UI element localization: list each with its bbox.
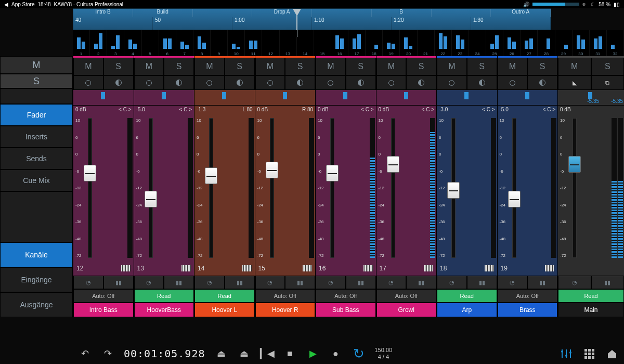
- mute-button[interactable]: M: [316, 58, 346, 75]
- timeline[interactable]: Intro BBuildDrop ABOutro A 40501:001:101…: [73, 8, 551, 30]
- mute-button[interactable]: M: [134, 58, 164, 75]
- solo-button[interactable]: S: [164, 58, 194, 75]
- tab-inserts[interactable]: Inserts: [0, 126, 73, 148]
- automation-icon[interactable]: ◔: [316, 276, 346, 289]
- mini-meter[interactable]: 29: [555, 30, 573, 56]
- monitor-button[interactable]: [406, 75, 436, 90]
- mini-meter[interactable]: 23: [452, 30, 469, 56]
- tab-eingange[interactable]: Eingänge: [0, 267, 73, 292]
- automation-icon[interactable]: ◔: [73, 276, 103, 289]
- solo-button[interactable]: S: [225, 58, 255, 75]
- timeline-section[interactable]: Drop A: [252, 9, 312, 17]
- monitor-button[interactable]: [164, 75, 194, 90]
- master-solo[interactable]: S: [0, 74, 73, 88]
- keyboard-icon[interactable]: [545, 265, 554, 271]
- channel-name[interactable]: HooverBass: [134, 303, 194, 317]
- mini-meter[interactable]: 4: [124, 30, 141, 56]
- monitor-button[interactable]: [225, 75, 255, 90]
- fader-knob[interactable]: [205, 167, 217, 184]
- automation-mode[interactable]: Auto: Off: [316, 289, 376, 303]
- bypass-icon[interactable]: ▮▮: [164, 276, 194, 289]
- automation-icon[interactable]: ◔: [134, 276, 164, 289]
- mini-meter[interactable]: 28: [538, 30, 555, 56]
- bypass-icon[interactable]: ▮▮: [467, 276, 497, 289]
- fader-knob[interactable]: [508, 191, 521, 207]
- mini-meter[interactable]: 31: [590, 30, 607, 56]
- record-arm[interactable]: [376, 75, 407, 90]
- mute-button[interactable]: M: [558, 58, 591, 75]
- bypass-icon[interactable]: ▮▮: [527, 276, 557, 289]
- undo-icon[interactable]: ↶: [78, 347, 92, 360]
- mini-meter[interactable]: 27: [521, 30, 538, 56]
- mini-meter[interactable]: 24: [469, 30, 486, 56]
- playhead[interactable]: [293, 9, 301, 16]
- mini-meter[interactable]: 8: [193, 30, 211, 56]
- mini-meter[interactable]: 11: [245, 30, 262, 56]
- timeline-section[interactable]: Outro A: [491, 9, 551, 17]
- redo-icon[interactable]: ↷: [101, 347, 114, 360]
- mini-meter[interactable]: 1: [73, 30, 90, 56]
- mini-meter[interactable]: 26: [503, 30, 521, 56]
- channel-name[interactable]: Growl: [376, 303, 437, 317]
- automation-mode[interactable]: Read: [558, 289, 624, 303]
- mini-meter[interactable]: 20: [400, 30, 417, 56]
- mini-meter[interactable]: 16: [331, 30, 348, 56]
- automation-mode[interactable]: Auto: Off: [255, 289, 316, 303]
- channel-name[interactable]: Main: [558, 303, 624, 317]
- tab-cuemix[interactable]: Cue Mix: [0, 170, 73, 191]
- mute-button[interactable]: M: [194, 58, 225, 75]
- keyboard-icon[interactable]: [181, 265, 191, 271]
- channel-name[interactable]: Arp: [437, 303, 497, 317]
- bypass-icon[interactable]: ▮▮: [103, 276, 134, 289]
- keyboard-icon[interactable]: [242, 265, 252, 271]
- fader-knob[interactable]: [447, 182, 460, 199]
- solo-button[interactable]: S: [591, 58, 624, 75]
- tab-ausgange[interactable]: Ausgänge: [0, 292, 73, 317]
- solo-button[interactable]: S: [527, 58, 557, 75]
- record-arm[interactable]: [73, 75, 103, 90]
- record-icon[interactable]: ●: [329, 347, 343, 360]
- fader-knob[interactable]: [266, 162, 278, 178]
- channel-name[interactable]: Hoover L: [194, 303, 255, 317]
- pan-indicator[interactable]: [343, 92, 347, 99]
- bypass-icon[interactable]: ▮▮: [225, 276, 255, 289]
- play-icon[interactable]: ▶: [306, 347, 320, 360]
- timecode[interactable]: 00:01:05.928: [124, 347, 205, 360]
- solo-button[interactable]: S: [285, 58, 315, 75]
- automation-mode[interactable]: Auto: Off: [376, 289, 437, 303]
- fader-knob[interactable]: [84, 165, 96, 181]
- stop-icon[interactable]: ■: [283, 347, 297, 360]
- monitor-button[interactable]: [346, 75, 376, 90]
- bypass-icon[interactable]: ▮▮: [591, 276, 624, 289]
- automation-icon[interactable]: ◔: [558, 276, 591, 289]
- tab-sends[interactable]: Sends: [0, 148, 73, 170]
- timeline-section[interactable]: [432, 9, 491, 17]
- marker-up-icon[interactable]: ⏏: [215, 347, 228, 360]
- pan-indicator[interactable]: [525, 92, 529, 99]
- timeline-section[interactable]: [193, 9, 253, 17]
- automation-icon[interactable]: ◔: [437, 276, 467, 289]
- monitor-button[interactable]: [467, 75, 497, 90]
- timeline-section[interactable]: Build: [133, 9, 193, 17]
- keyboard-icon[interactable]: [303, 265, 312, 271]
- automation-mode[interactable]: Read: [437, 289, 497, 303]
- automation-mode[interactable]: Auto: Off: [73, 289, 134, 303]
- tab-fader[interactable]: Fader: [0, 104, 73, 126]
- mini-meter[interactable]: 30: [573, 30, 590, 56]
- mini-meter[interactable]: 7: [176, 30, 193, 56]
- bypass-icon[interactable]: ▮▮: [285, 276, 315, 289]
- record-arm[interactable]: [194, 75, 225, 90]
- stereo-icon[interactable]: ◣: [558, 75, 591, 90]
- keyboard-icon[interactable]: [424, 265, 433, 271]
- automation-mode[interactable]: Auto: Off: [498, 289, 558, 303]
- mini-meter[interactable]: 22: [435, 30, 452, 56]
- channel-name[interactable]: Intro Bass: [73, 303, 134, 317]
- mini-meter[interactable]: 17: [348, 30, 366, 56]
- mini-meter[interactable]: 10: [228, 30, 245, 56]
- mini-meter[interactable]: 12: [262, 30, 279, 56]
- automation-mode[interactable]: Read: [134, 289, 194, 303]
- solo-button[interactable]: S: [346, 58, 376, 75]
- mixer-icon[interactable]: [560, 347, 573, 360]
- automation-icon[interactable]: ◔: [255, 276, 285, 289]
- keyboard-icon[interactable]: [363, 265, 373, 271]
